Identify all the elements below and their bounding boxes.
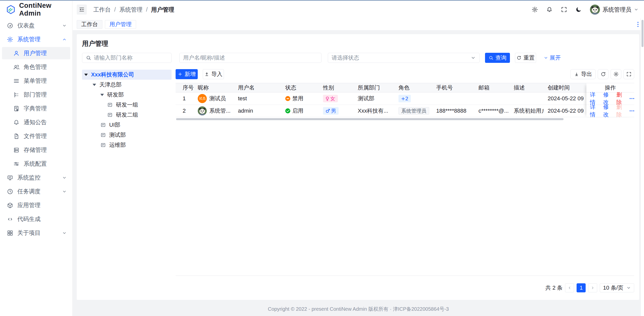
logo-hexagon-icon [6, 5, 16, 15]
import-button[interactable]: 导入 [203, 69, 224, 79]
file-icon [13, 133, 20, 140]
sidebar-item-label: 关于项目 [17, 229, 41, 237]
sidebar-item-app-management[interactable]: 应用管理 [2, 199, 70, 211]
sidebar-item-dictionary-management[interactable]: 字典管理 [2, 102, 70, 115]
more-actions-icon[interactable] [630, 98, 634, 99]
sidebar-item-system-config[interactable]: 系统配置 [2, 158, 70, 170]
sidebar-item-notice[interactable]: 通知公告 [2, 116, 70, 128]
scrollbar-thumb[interactable] [641, 20, 643, 47]
tree-node-ui-dept[interactable]: UI部 [82, 120, 172, 130]
edit-link[interactable]: 修改 [603, 103, 613, 118]
refresh-table-button[interactable] [598, 69, 609, 79]
search-button[interactable]: 查询 [485, 53, 510, 63]
expand-filters-link[interactable]: 展开 [544, 54, 561, 62]
chevron-right-icon [591, 286, 595, 290]
total-count-label: 共 2 条 [545, 284, 562, 292]
tree-node-company[interactable]: Xxx科技有限公司 [82, 70, 172, 80]
tabs-more-icon[interactable] [637, 22, 638, 27]
tree-node-test-dept[interactable]: 测试部 [82, 130, 172, 140]
grid-icon [7, 230, 13, 236]
cell-status: 禁用 [292, 95, 303, 102]
breadcrumb-system-management[interactable]: 系统管理 [119, 6, 142, 14]
col-header-phone: 手机号 [432, 84, 474, 92]
sliders-icon [13, 161, 20, 167]
user-search-field[interactable] [183, 55, 318, 61]
tree-node-label: 运维部 [109, 141, 126, 149]
sidebar-item-code-generation[interactable]: 代码生成 [2, 213, 70, 225]
role-tag: 系统管理员 [398, 107, 429, 115]
tree-node-label: 天津总部 [99, 81, 122, 88]
table-toolbar: 新增 导入 导出 [176, 69, 634, 79]
sidebar-item-role-management[interactable]: 角色管理 [2, 61, 70, 73]
avatar [590, 5, 600, 15]
breadcrumb-workbench[interactable]: 工作台 [93, 6, 111, 14]
user-menu[interactable]: 系统管理员 [590, 5, 638, 15]
tree-node-rd-group1[interactable]: 研发一组 [82, 100, 172, 110]
more-actions-icon[interactable] [630, 110, 634, 111]
gender-label: 女 [330, 95, 335, 102]
sidebar-item-user-management[interactable]: 用户管理 [2, 47, 70, 59]
chevron-down-icon [470, 55, 476, 60]
horizontal-scrollbar[interactable] [176, 118, 564, 120]
page-size-select[interactable]: 10 条/页 [600, 283, 634, 292]
sidebar-collapse-button[interactable] [77, 5, 87, 15]
add-button[interactable]: 新增 [176, 69, 198, 79]
settings-gear-icon[interactable] [532, 6, 538, 13]
caret-down-icon[interactable] [100, 94, 104, 96]
user-search-input[interactable] [179, 53, 321, 63]
dept-search-field[interactable] [94, 55, 168, 61]
sidebar-item-storage-management[interactable]: 存储管理 [2, 144, 70, 156]
col-header-description: 描述 [510, 84, 544, 92]
reset-button[interactable]: 重置 [515, 53, 536, 63]
tab-user-management[interactable]: 用户管理 [105, 20, 136, 29]
tree-node-ops-dept[interactable]: 运维部 [82, 140, 172, 150]
sidebar-item-label: 部门管理 [24, 91, 47, 99]
breadcrumb: 工作台 / 系统管理 / 用户管理 [93, 6, 174, 14]
page-tabs: 工作台 用户管理 [73, 18, 640, 30]
notification-bell-icon[interactable] [546, 6, 553, 13]
table-row[interactable]: 1 试员 测试员 test 禁用 ♀ 女 测试部 +2 [176, 93, 634, 105]
main-content: 用户管理 请选择状态 查询 重置 [73, 30, 644, 316]
avatar [198, 106, 207, 115]
status-select[interactable]: 请选择状态 [328, 53, 480, 63]
menu-fold-icon [79, 7, 85, 13]
prev-page-button[interactable] [565, 283, 574, 292]
tree-node-label: UI部 [109, 121, 120, 129]
page-number-button[interactable]: 1 [577, 283, 586, 292]
next-page-button[interactable] [588, 283, 597, 292]
sidebar-item-system-monitor[interactable]: 系统监控 [2, 171, 70, 184]
sidebar-item-menu-management[interactable]: 菜单管理 [2, 75, 70, 87]
sidebar-item-file-management[interactable]: 文件管理 [2, 130, 70, 142]
detail-link[interactable]: 详情 [590, 103, 600, 118]
window-scrollbar[interactable] [640, 18, 644, 316]
sidebar-item-department-management[interactable]: 部门管理 [2, 88, 70, 101]
col-header-username: 用户名 [234, 84, 281, 92]
tree-node-rd-group2[interactable]: 研发二组 [82, 110, 172, 120]
gear-icon [613, 71, 619, 77]
sidebar-item-system-management[interactable]: 系统管理 [2, 33, 70, 46]
app-logo[interactable]: ContiNew Admin [0, 1, 72, 18]
sidebar-item-task-schedule[interactable]: 任务调度 [2, 185, 70, 198]
row-actions: 详情 修改 删除 [586, 93, 634, 105]
caret-down-icon[interactable] [84, 74, 88, 76]
header-actions: 系统管理员 [532, 5, 638, 15]
fullscreen-icon[interactable] [561, 6, 567, 13]
top-header: 工作台 / 系统管理 / 用户管理 系统管理员 [73, 1, 644, 18]
tab-workbench[interactable]: 工作台 [77, 20, 102, 29]
tree-node-tianjin-hq[interactable]: 天津总部 [82, 80, 172, 90]
tree-node-rd-dept[interactable]: 研发部 [82, 90, 172, 100]
sidebar-item-label: 系统配置 [24, 160, 47, 168]
cell-email: c********@... [474, 108, 510, 114]
sidebar-item-label: 代码生成 [17, 215, 41, 223]
column-settings-button[interactable] [611, 69, 621, 79]
export-button[interactable]: 导出 [570, 69, 596, 79]
role-count-tag[interactable]: +2 [398, 95, 411, 102]
sidebar-item-about-project[interactable]: 关于项目 [2, 227, 70, 239]
dark-mode-moon-icon[interactable] [575, 6, 582, 13]
table-fullscreen-button[interactable] [623, 69, 634, 79]
dept-search-input[interactable] [82, 53, 172, 63]
table-row[interactable]: 2 系统管... admin 启用 ♂ 男 Xxx科技有... [176, 105, 634, 117]
caret-down-icon[interactable] [93, 84, 96, 86]
sidebar-item-dashboard[interactable]: 仪表盘 [2, 19, 70, 32]
breadcrumb-user-management: 用户管理 [151, 6, 174, 14]
